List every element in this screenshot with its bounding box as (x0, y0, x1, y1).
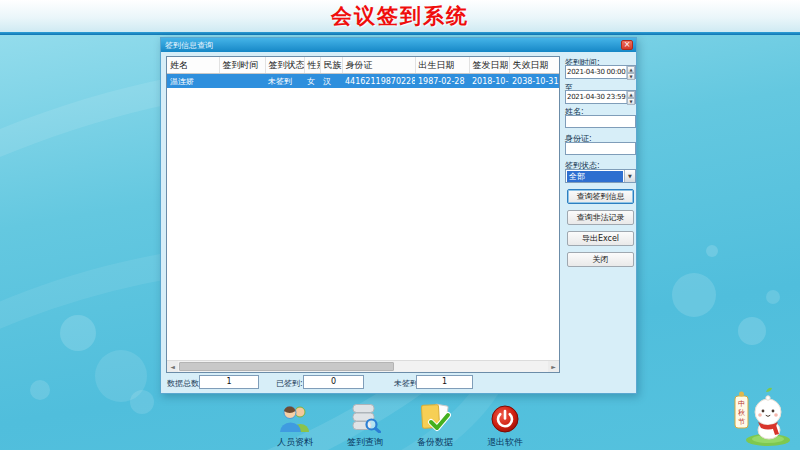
bottom-toolbar: 人员资料 签到查询 (0, 403, 800, 449)
database-search-icon (349, 403, 381, 433)
scrollbar-track[interactable] (178, 361, 548, 372)
scroll-left-icon[interactable]: ◄ (167, 361, 178, 372)
mascot-banner-char-2: 秋 (738, 409, 745, 417)
decor-circle (672, 273, 716, 317)
query-signin-button[interactable]: 查询签到信息 (567, 189, 634, 204)
stats-row: 数据总数: 1 已签到: 0 未签到: 1 (161, 374, 561, 392)
table-header-row: 姓名 签到时间 签到状态 性别 民族 身份证 出生日期 签发日期 失效日期 签 (167, 57, 560, 74)
query-illegal-records-button[interactable]: 查询非法记录 (567, 210, 634, 225)
status-selected-value: 全部 (567, 171, 623, 182)
toolbar-item-label: 人员资料 (277, 436, 313, 449)
column-header-issue-date[interactable]: 签发日期 (469, 57, 509, 74)
column-header-signin-status[interactable]: 签到状态 (265, 57, 304, 74)
close-icon[interactable]: × (621, 40, 633, 50)
spinner-up-icon[interactable]: ▲ (627, 91, 635, 98)
toolbar-item-signin-query[interactable]: 签到查询 (336, 403, 394, 449)
status-select[interactable]: 全部 ▼ (565, 169, 636, 183)
cell-gender: 女 (304, 74, 320, 89)
toolbar-item-label: 备份数据 (417, 436, 453, 449)
scroll-right-icon[interactable]: ► (548, 361, 559, 372)
horizontal-scrollbar[interactable]: ◄ ► (167, 360, 559, 372)
app-title: 会议签到系统 (331, 2, 469, 30)
column-header-name[interactable]: 姓名 (167, 57, 219, 74)
cell-signin-status: 未签到 (265, 74, 304, 89)
decor-circle (30, 380, 50, 400)
cell-partial (559, 74, 560, 89)
people-icon (279, 403, 311, 433)
power-icon (491, 403, 519, 433)
decor-circle (706, 245, 718, 257)
spinner-down-icon[interactable]: ▼ (627, 98, 635, 105)
desktop-background: 签到信息查询 × 姓名 (0, 35, 800, 450)
time-from-value: 2021-04-30 00:00:00 (566, 68, 626, 76)
column-header-gender[interactable]: 性别 (304, 57, 320, 74)
time-to-field[interactable]: 2021-04-30 23:59:59 ▲ ▼ (565, 90, 636, 104)
spinner-control[interactable]: ▲ ▼ (626, 91, 635, 103)
signed-count-label: 已签到: (276, 378, 303, 389)
spinner-up-icon[interactable]: ▲ (627, 66, 635, 73)
time-from-field[interactable]: 2021-04-30 00:00:00 ▲ ▼ (565, 65, 636, 79)
signin-query-dialog: 签到信息查询 × 姓名 (160, 37, 637, 394)
column-header-ethnicity[interactable]: 民族 (320, 57, 342, 74)
toolbar-item-personnel[interactable]: 人员资料 (266, 403, 324, 449)
toolbar-item-label: 签到查询 (347, 436, 383, 449)
chevron-down-icon[interactable]: ▼ (624, 170, 635, 182)
spinner-down-icon[interactable]: ▼ (627, 73, 635, 80)
table-row[interactable]: 温连娇 未签到 女 汉 441621198702282481 1987-02-2… (167, 74, 560, 89)
cell-ethnicity: 汉 (320, 74, 342, 89)
app-header: 会议签到系统 (0, 0, 800, 32)
name-input[interactable] (565, 115, 636, 128)
export-excel-button[interactable]: 导出Excel (567, 231, 634, 246)
dialog-body: 姓名 签到时间 签到状态 性别 民族 身份证 出生日期 签发日期 失效日期 签 (161, 52, 636, 395)
dialog-titlebar[interactable]: 签到信息查询 × (161, 38, 636, 52)
cell-birth-date: 1987-02-28 (415, 74, 469, 89)
column-header-expiry-date[interactable]: 失效日期 (509, 57, 559, 74)
signed-count-field: 0 (303, 375, 364, 389)
decor-circle (766, 290, 780, 304)
decor-circle (60, 315, 96, 351)
column-header-partial[interactable]: 签 (559, 57, 560, 74)
time-to-value: 2021-04-30 23:59:59 (566, 93, 626, 101)
unsigned-count-field: 1 (416, 375, 473, 389)
query-form-panel: 签到时间: 2021-04-30 00:00:00 ▲ ▼ 至 2021-04-… (563, 52, 638, 395)
id-card-input[interactable] (565, 142, 636, 155)
signin-table: 姓名 签到时间 签到状态 性别 民族 身份证 出生日期 签发日期 失效日期 签 (166, 56, 560, 373)
decor-circle (738, 317, 766, 345)
cell-id-card: 441621198702282481 (342, 74, 415, 89)
cell-signin-time (219, 74, 265, 89)
close-button[interactable]: 关闭 (567, 252, 634, 267)
mascot-banner-char-3: 节 (738, 418, 745, 426)
mascot-banner-char-1: 中 (738, 400, 745, 408)
cell-expiry-date: 2038-10-31 (509, 74, 559, 89)
scrollbar-thumb[interactable] (179, 362, 394, 371)
toolbar-item-label: 退出软件 (487, 436, 523, 449)
toolbar-item-backup[interactable]: 备份数据 (406, 403, 464, 449)
toolbar-item-exit[interactable]: 退出软件 (476, 403, 534, 449)
backup-check-icon (419, 403, 451, 433)
cell-issue-date: 2018-10-31 (469, 74, 509, 89)
column-header-signin-time[interactable]: 签到时间 (219, 57, 265, 74)
mascot-figure: 中 秋 节 (732, 386, 794, 448)
dialog-title: 签到信息查询 (165, 40, 621, 51)
app-window: 会议签到系统 签到信息查询 × (0, 0, 800, 450)
column-header-id-card[interactable]: 身份证 (342, 57, 415, 74)
spinner-control[interactable]: ▲ ▼ (626, 66, 635, 78)
total-count-label: 数据总数: (167, 378, 202, 389)
column-header-birth-date[interactable]: 出生日期 (415, 57, 469, 74)
total-count-field: 1 (199, 375, 259, 389)
cell-name: 温连娇 (167, 74, 219, 89)
